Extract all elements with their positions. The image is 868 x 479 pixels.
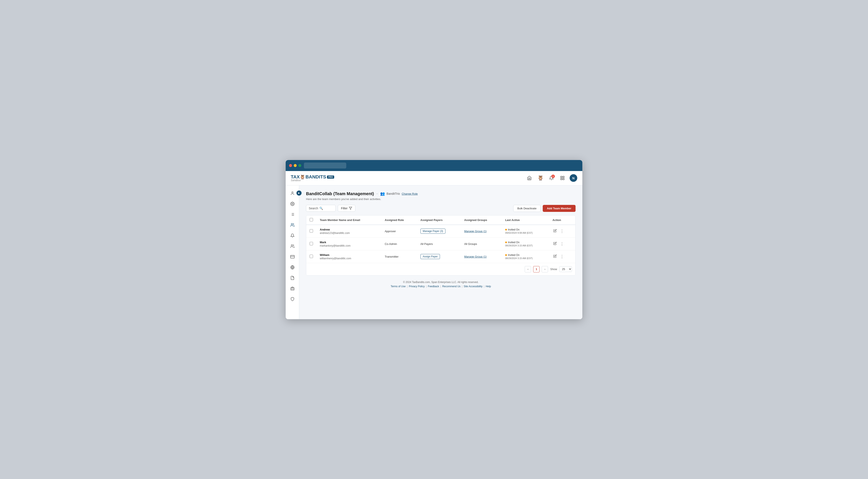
traffic-light-yellow (294, 164, 297, 167)
footer-link-recommend[interactable]: Recommend Us (442, 285, 461, 288)
footer-link-help[interactable]: Help (486, 285, 491, 288)
svg-point-5 (292, 203, 293, 204)
svg-rect-2 (561, 178, 562, 180)
footer-link-terms[interactable]: Terms of Use (391, 285, 406, 288)
invited-status-mark: Invited On (508, 241, 520, 244)
traffic-lights (289, 164, 301, 167)
row-checkbox-mark[interactable] (310, 242, 313, 245)
bulk-deactivate-button[interactable]: Bulk Deactivate (513, 205, 540, 212)
search-label: Search (309, 207, 318, 210)
home-button[interactable] (526, 174, 533, 182)
sidebar: ▶ (286, 185, 299, 319)
action-cell-william: ⋮ (553, 253, 572, 260)
invited-status-william: Invited On (508, 253, 520, 256)
traffic-light-green (299, 164, 301, 167)
page-header: BanditCollab (Team Management) - 👥 Bandi… (306, 191, 576, 201)
svg-point-4 (291, 192, 293, 193)
more-button-mark[interactable]: ⋮ (559, 241, 565, 247)
table-row: William williamhenry@banditllc.com Trans… (306, 250, 575, 263)
sidebar-item-security[interactable] (288, 295, 297, 304)
filter-label: Filter (341, 207, 347, 210)
page-size-select[interactable]: 10 25 50 100 (559, 266, 572, 272)
footer-link-privacy[interactable]: Privacy Policy (409, 285, 425, 288)
assign-payer-button-william[interactable]: Assign Payer (421, 254, 440, 259)
svg-point-12 (291, 223, 293, 225)
top-navigation: TAX 🦉 BANDITS PRO Sandbox 🦉 (286, 171, 582, 185)
owl-icon-button[interactable]: 🦉 (536, 174, 544, 182)
svg-marker-19 (349, 207, 352, 210)
sidebar-item-business[interactable] (288, 284, 297, 293)
manage-group-link-andrew[interactable]: Manage Group (1) (464, 230, 487, 233)
svg-point-13 (291, 244, 293, 246)
action-cell-mark: ⋮ (553, 241, 572, 247)
search-icon: 🔍 (319, 207, 323, 210)
sidebar-item-global[interactable] (288, 263, 297, 272)
invited-dot-andrew (505, 229, 507, 231)
sidebar-item-team[interactable] (288, 220, 297, 230)
row-checkbox-andrew[interactable] (310, 229, 313, 233)
col-header-name: Team Member Name and Email (316, 215, 381, 225)
traffic-light-red (289, 164, 292, 167)
edit-button-william[interactable] (553, 253, 558, 260)
sidebar-item-settings[interactable] (288, 199, 297, 208)
sidebar-item-profile[interactable] (288, 189, 297, 198)
groups-text-mark: All Groups (464, 242, 477, 245)
action-cell-andrew: ⋮ (553, 228, 572, 234)
toolbar-left: Search 🔍 Filter (306, 205, 355, 212)
svg-rect-3 (563, 178, 564, 180)
select-all-checkbox[interactable] (310, 218, 313, 221)
member-email-andrew: andrew123@banditllc.com (320, 232, 378, 235)
toolbar-right: Bulk Deactivate Add Team Member (513, 205, 576, 212)
payers-text-mark: All Payers (421, 242, 433, 245)
filter-icon (349, 207, 352, 210)
sidebar-toggle[interactable]: ▶ (297, 191, 302, 196)
sandbox-label: Sandbox (291, 179, 301, 182)
col-header-payers: Assigned Payers (417, 215, 461, 225)
page-subtitle: Here are the team members you've added a… (306, 198, 576, 201)
manage-group-link-william[interactable]: Manage Group (1) (464, 255, 487, 258)
role-andrew: Approver (381, 225, 417, 238)
svg-rect-0 (561, 176, 562, 178)
search-box[interactable]: Search 🔍 (306, 205, 336, 212)
manage-payer-button-andrew[interactable]: Manage Payer (3) (421, 229, 445, 234)
address-bar[interactable] (304, 163, 346, 169)
page-title: BanditCollab (Team Management) (306, 191, 374, 196)
sidebar-item-clients[interactable] (288, 242, 297, 251)
footer-copyright: © 2024 TaxBandits.com, Span Enterprises … (309, 281, 572, 284)
table-header-row: Team Member Name and Email Assigned Role… (306, 215, 575, 225)
sidebar-item-tasks[interactable] (288, 210, 297, 219)
notification-count: 0 (551, 175, 555, 178)
sidebar-item-documents[interactable] (288, 273, 297, 282)
add-team-member-button[interactable]: Add Team Member (543, 205, 576, 212)
edit-button-mark[interactable] (553, 241, 558, 247)
col-header-role: Assigned Role (381, 215, 417, 225)
sidebar-item-billing[interactable] (288, 252, 297, 261)
last-active-date-andrew: 09/02/2024 9:08 AM (EST) (505, 232, 546, 234)
current-page-button[interactable]: 1 (533, 266, 539, 272)
row-checkbox-william[interactable] (310, 254, 313, 258)
sidebar-item-notifications[interactable] (288, 231, 297, 240)
team-members-table: Team Member Name and Email Assigned Role… (306, 215, 576, 276)
edit-button-andrew[interactable] (553, 228, 558, 234)
next-page-button[interactable]: › (541, 266, 548, 272)
change-role-link[interactable]: Change Role (402, 192, 418, 195)
user-avatar[interactable]: N (569, 174, 577, 182)
invited-dot-william (505, 254, 507, 256)
member-name-andrew: Andrew (320, 228, 378, 231)
apps-grid-button[interactable] (559, 174, 566, 182)
nav-icons: 🦉 0 N (526, 174, 577, 182)
invited-dot-mark (505, 241, 507, 243)
more-button-andrew[interactable]: ⋮ (559, 228, 565, 234)
filter-button[interactable]: Filter (338, 205, 355, 212)
more-button-william[interactable]: ⋮ (559, 253, 565, 260)
notifications-button[interactable]: 0 (548, 174, 555, 182)
col-header-action: Action (549, 215, 575, 225)
pagination: ‹ 1 › Show 10 25 50 100 (306, 263, 575, 275)
footer-link-feedback[interactable]: Feedback (428, 285, 439, 288)
member-email-mark: markantony@banditllc.com (320, 244, 378, 247)
footer-link-accessibility[interactable]: Site Accessibility (464, 285, 483, 288)
prev-page-button[interactable]: ‹ (525, 266, 531, 272)
pro-badge: PRO (327, 175, 334, 179)
browser-chrome (286, 160, 582, 171)
toolbar: Search 🔍 Filter Bulk Deactivate Add Tea (306, 205, 576, 212)
